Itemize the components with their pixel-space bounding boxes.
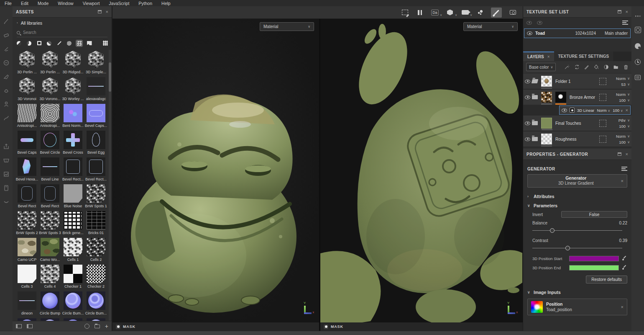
- display-settings-icon[interactable]: [635, 27, 641, 33]
- menu-item-javascript[interactable]: JavaScript: [104, 1, 134, 6]
- asset-item[interactable]: Bevel Rect: [38, 183, 61, 210]
- snapshot-camera-icon[interactable]: [509, 8, 517, 17]
- asset-item[interactable]: Circle Bum...: [61, 290, 84, 317]
- grid-view-icon[interactable]: [102, 40, 108, 46]
- dock-panel-icon[interactable]: [618, 152, 621, 157]
- restore-defaults-button[interactable]: Restore defaults: [586, 276, 627, 283]
- channel-filter-dropdown[interactable]: Base color ∨: [526, 63, 556, 71]
- attributes-section-header[interactable]: › Attributes: [527, 192, 627, 201]
- viewport-3d[interactable]: Material ∨ Y x: [112, 19, 319, 322]
- asset-item[interactable]: Circle Bum...: [84, 290, 107, 317]
- asset-item[interactable]: [15, 317, 38, 321]
- paint-tool-icon[interactable]: [3, 18, 10, 25]
- filter-smart-materials-icon[interactable]: [26, 40, 32, 46]
- color-picker-icon[interactable]: [622, 265, 627, 270]
- add-smart-material-icon[interactable]: [574, 64, 580, 70]
- filter-alphas-icon[interactable]: [66, 40, 72, 46]
- mask-effect-row-selected[interactable]: 3D Linear .. Norm ∨ 100 ∨ ×: [559, 106, 631, 115]
- projection-tool-icon[interactable]: [3, 46, 10, 52]
- color-picker-icon[interactable]: [622, 256, 627, 261]
- asset-item[interactable]: BnW Spots 1: [84, 183, 107, 210]
- menu-item-python[interactable]: Python: [134, 1, 157, 6]
- polygon-fill-tool-icon[interactable]: [3, 59, 10, 66]
- asset-item[interactable]: Camo UCP: [15, 237, 38, 263]
- visibility-eye-icon[interactable]: [527, 31, 532, 35]
- asset-item[interactable]: BnW Spots 3: [38, 210, 61, 237]
- asset-item[interactable]: Bevel Circle: [38, 129, 61, 156]
- add-effect-icon[interactable]: [564, 64, 570, 70]
- asset-item[interactable]: 3D Ridged...: [61, 49, 84, 76]
- asset-item[interactable]: Bevel Rect: [15, 183, 38, 210]
- asset-item[interactable]: Cells 2: [84, 237, 107, 263]
- folder-icon[interactable]: [532, 137, 538, 141]
- filter-textures-icon[interactable]: [86, 40, 92, 46]
- asset-item[interactable]: Bevel Hexa...: [15, 156, 38, 183]
- asset-item[interactable]: [61, 317, 84, 321]
- close-panel-icon[interactable]: ×: [106, 9, 108, 14]
- asset-item[interactable]: 3D Perlin ...: [15, 49, 38, 76]
- opacity-dropdown[interactable]: 100∨: [619, 124, 630, 129]
- path-tool-icon[interactable]: [3, 115, 10, 121]
- layer-mask-thumbnail[interactable]: [555, 92, 566, 103]
- layer-thumbnail[interactable]: [541, 92, 552, 103]
- asset-item[interactable]: [84, 317, 107, 321]
- asset-item[interactable]: Brick gene...: [61, 210, 84, 237]
- filter-smart-masks-icon[interactable]: [36, 40, 42, 46]
- asset-item[interactable]: BnW Spots 2: [15, 210, 38, 237]
- shader-settings-icon[interactable]: [635, 43, 641, 49]
- asset-item[interactable]: Circle Bump: [38, 290, 61, 317]
- texture-set-row[interactable]: Toad 1024x1024 Main shader: [524, 28, 631, 38]
- menu-item-viewport[interactable]: Viewport: [78, 1, 105, 6]
- visibility-eye-icon[interactable]: [525, 137, 530, 141]
- layer-row-bronze-armor[interactable]: Bronze Armor Norm∨ 100∨: [523, 90, 631, 105]
- asset-item[interactable]: Bevel Rect...: [61, 156, 84, 183]
- add-folder-icon[interactable]: [613, 64, 618, 70]
- asset-search-input[interactable]: Search: [17, 28, 107, 37]
- close-panel-icon[interactable]: ×: [626, 9, 628, 14]
- stencil-selection-icon[interactable]: [401, 8, 409, 17]
- material-picker-icon[interactable]: 1: [3, 157, 10, 164]
- asset-item[interactable]: Anisotropi...: [15, 103, 38, 129]
- filter-brushes-icon[interactable]: [56, 40, 62, 46]
- symmetry-settings-icon[interactable]: Da∨: [431, 8, 439, 17]
- asset-item[interactable]: 3D Voronoi: [15, 76, 38, 103]
- close-panel-icon[interactable]: ×: [626, 152, 628, 157]
- asset-item[interactable]: Bevel Caps...: [84, 103, 107, 129]
- close-tab-icon[interactable]: ×: [547, 54, 550, 59]
- import-resources-icon[interactable]: +: [105, 324, 108, 328]
- blend-mode-dropdown[interactable]: Norm∨: [616, 76, 630, 81]
- visibility-eye-icon[interactable]: [525, 95, 530, 99]
- filter-materials-icon[interactable]: [16, 40, 22, 46]
- opacity-dropdown[interactable]: 100∨: [619, 140, 630, 144]
- tab-texture-set-settings[interactable]: TEXTURE SET SETTINGS: [554, 52, 613, 61]
- contrast-slider-handle[interactable]: [565, 246, 570, 250]
- contrast-slider[interactable]: [532, 245, 622, 251]
- asset-item[interactable]: Bent Norm...: [61, 103, 84, 129]
- new-folder-icon[interactable]: [95, 325, 100, 328]
- section-menu-icon[interactable]: [621, 167, 627, 171]
- asset-item[interactable]: Cells 1: [61, 237, 84, 263]
- tab-layers[interactable]: LAYERS ×: [523, 52, 554, 61]
- visibility-eye-icon[interactable]: [525, 80, 530, 83]
- menu-item-edit[interactable]: Edit: [16, 1, 33, 6]
- asset-item[interactable]: alexavalogc: [84, 76, 107, 103]
- add-paint-layer-icon[interactable]: [584, 64, 589, 70]
- asset-item[interactable]: Cells 4: [38, 263, 61, 290]
- layer-row-final-touches[interactable]: Final Touches Pthr∨ 100∨: [523, 116, 631, 131]
- folder-icon[interactable]: [532, 95, 538, 99]
- filter-filters-icon[interactable]: [46, 40, 52, 46]
- open-folder-icon[interactable]: [532, 79, 538, 83]
- asset-item[interactable]: 3D Simple...: [84, 49, 107, 76]
- blend-mode-dropdown[interactable]: Norm∨: [616, 134, 630, 139]
- asset-item[interactable]: Anisotropi...: [38, 103, 61, 129]
- assets-scrollbar[interactable]: [109, 50, 111, 321]
- delete-layer-icon[interactable]: [623, 64, 629, 70]
- asset-item[interactable]: Bevel Caps: [15, 129, 38, 156]
- smudge-tool-icon[interactable]: [3, 73, 10, 80]
- dock-panel-icon[interactable]: [618, 9, 621, 14]
- asset-item[interactable]: Bricks 01: [84, 210, 107, 237]
- asset-item[interactable]: Cells 3: [15, 263, 38, 290]
- camera-mode-icon[interactable]: ∨: [461, 8, 469, 17]
- asset-item[interactable]: Bevel Egg: [84, 129, 107, 156]
- generator-resource-card[interactable]: Generator 3D Linear Gradient ×: [527, 174, 627, 188]
